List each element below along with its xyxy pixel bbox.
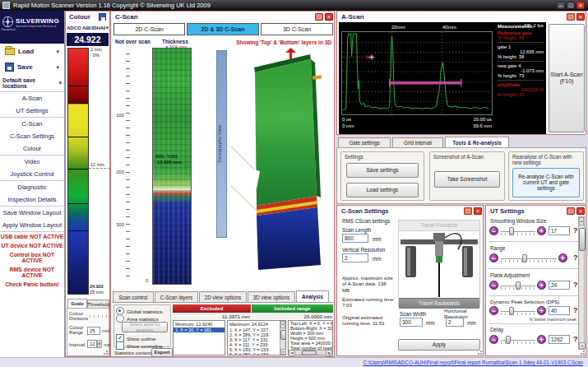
sidebar-item-save-window-layout[interactable]: Save Window Layout: [0, 207, 64, 219]
restore-icon[interactable]: □: [567, 207, 575, 215]
scroll-up-icon[interactable]: ▲: [280, 321, 285, 328]
tab-scale[interactable]: Scale: [67, 299, 87, 308]
vertical-resolution-input[interactable]: [342, 253, 368, 262]
minimum-item-selected[interactable]: 1. X = 20, Y = 181: [174, 328, 225, 332]
tab-grid-interval[interactable]: Grid interval: [392, 137, 443, 147]
save-button[interactable]: Save ▾: [0, 59, 64, 75]
load-settings-button[interactable]: Load settings: [346, 183, 419, 197]
dps-value-input[interactable]: [549, 306, 570, 315]
sidebar-item-joystick[interactable]: Joystick Control: [0, 168, 64, 180]
help-icon[interactable]: ?: [573, 335, 578, 343]
minus-button[interactable]: −: [489, 226, 498, 235]
close-icon[interactable]: ×: [576, 207, 585, 215]
plus-button[interactable]: +: [537, 281, 546, 290]
current-file-link[interactable]: C:\Users\RMS\ADCO-AUH\Final report\Final…: [363, 360, 583, 365]
maximum-list[interactable]: Maximum: 24.9124 1. X = 147, Y = 227 2. …: [227, 320, 286, 355]
reanalyse-button[interactable]: Re-analyse C-Scan with current UT and ga…: [512, 168, 580, 197]
close-icon[interactable]: ×: [325, 13, 333, 21]
restore-icon[interactable]: □: [315, 13, 323, 21]
minus-button[interactable]: −: [489, 281, 498, 290]
sidebar-item-video[interactable]: Video: [0, 156, 64, 168]
plus-button[interactable]: +: [537, 226, 546, 235]
default-save-locations[interactable]: Default save locations ▾: [0, 75, 64, 91]
sidebar-item-c-scan-settings[interactable]: C-Scan Settings: [0, 130, 64, 142]
scrollbar-vertical[interactable]: ▲ ▼: [280, 321, 285, 355]
help-icon[interactable]: ?: [573, 306, 578, 314]
horizontal-resolution-input[interactable]: [446, 318, 464, 327]
sidebar-item-apply-window-layout[interactable]: Apply Window Layout: [0, 219, 64, 231]
tab-analysis[interactable]: Analysis: [296, 290, 329, 302]
scroll-thumb[interactable]: [579, 228, 586, 251]
apply-button[interactable]: Apply: [398, 339, 480, 351]
resize-grip[interactable]: [475, 348, 483, 355]
a-scan-waveform[interactable]: [341, 31, 493, 115]
save-settings-button[interactable]: Save settings: [346, 163, 419, 178]
range-slider[interactable]: [501, 258, 557, 259]
plus-button[interactable]: +: [537, 306, 546, 315]
close-icon[interactable]: ×: [576, 13, 585, 21]
smoothing-value-input[interactable]: [549, 226, 570, 235]
tab-c-scan-layers[interactable]: C-Scan layers: [155, 291, 198, 302]
delay-value-input[interactable]: [549, 335, 570, 344]
tab-2d-view-options[interactable]: 2D view options: [199, 291, 247, 302]
scan-width-input[interactable]: [400, 318, 423, 327]
colour-scale-bar[interactable]: [67, 48, 89, 295]
slider-thumb[interactable]: [516, 281, 521, 290]
tab-gate-settings[interactable]: Gate settings: [338, 137, 391, 147]
tab-2d-3d-c-scan[interactable]: 2D & 3D C-Scan: [187, 23, 259, 35]
maximum-item[interactable]: 6. X = 287, Y = 233: [228, 352, 280, 355]
save-colour-icon[interactable]: [99, 13, 106, 21]
slider-thumb[interactable]: [522, 254, 527, 262]
sidebar-item-a-scan[interactable]: A-Scan: [0, 92, 64, 105]
help-icon[interactable]: ?: [573, 253, 578, 262]
minus-button[interactable]: −: [489, 253, 498, 262]
restore-icon[interactable]: □: [464, 207, 472, 215]
colour-range-input[interactable]: [87, 327, 100, 335]
slider-thumb[interactable]: [509, 227, 514, 235]
load-button[interactable]: Load ▾: [0, 44, 64, 59]
flank-value-input[interactable]: [549, 281, 570, 290]
scroll-thumb[interactable]: [280, 330, 286, 340]
tab-scan-control[interactable]: Scan control: [113, 291, 154, 302]
minimum-list[interactable]: Minimum: 12.9240 1. X = 20, Y = 181: [173, 320, 225, 355]
minus-button[interactable]: −: [489, 335, 498, 344]
close-button[interactable]: ×: [576, 2, 585, 9]
sidebar-item-colour[interactable]: Colour: [0, 142, 64, 155]
sidebar-item-diagnostic[interactable]: Diagnostic: [0, 181, 64, 193]
interval-input[interactable]: [87, 340, 97, 348]
plus-button[interactable]: +: [537, 335, 546, 344]
minus-button[interactable]: −: [489, 306, 498, 315]
resize-grip[interactable]: [101, 348, 109, 355]
scroll-thumb[interactable]: [302, 351, 317, 355]
scroll-down-icon[interactable]: ▼: [280, 349, 286, 355]
start-a-scan-button[interactable]: Start A-Scan (F10): [549, 24, 585, 132]
minimize-button[interactable]: –: [557, 2, 565, 9]
c-scan-3d-view[interactable]: [231, 48, 335, 288]
scroll-left-icon[interactable]: ◀: [289, 350, 295, 356]
sidebar-item-inspection-details[interactable]: Inspection Details: [0, 193, 64, 206]
close-icon[interactable]: ×: [474, 207, 482, 215]
help-icon[interactable]: ?: [573, 281, 578, 289]
smoothing-slider[interactable]: [501, 231, 535, 232]
select-area-button[interactable]: Select area for analysis: [122, 322, 168, 332]
slider-thumb[interactable]: [509, 307, 514, 315]
scroll-up-icon[interactable]: ▲: [579, 217, 584, 225]
slider-thumb[interactable]: [506, 336, 511, 344]
resize-grip[interactable]: [326, 349, 334, 356]
help-icon[interactable]: ?: [573, 226, 578, 235]
plus-button[interactable]: +: [558, 253, 567, 262]
travel-forwards-button[interactable]: Travel Forwards: [399, 221, 479, 231]
tab-3d-c-scan[interactable]: 3D C-Scan: [261, 23, 333, 35]
restore-icon[interactable]: □: [567, 13, 575, 21]
scan-length-input[interactable]: [342, 234, 368, 243]
export-button[interactable]: Export: [151, 348, 173, 357]
tomography-strip[interactable]: Tomography View: [216, 50, 227, 238]
sidebar-item-c-scan[interactable]: C-Scan: [0, 118, 64, 130]
sidebar-item-ut-settings[interactable]: UT Settings: [0, 105, 64, 117]
colour-preset-dropdown[interactable]: ADCO ABUDHAB ▾: [67, 23, 109, 32]
tab-threshold[interactable]: Threshold: [87, 300, 109, 308]
tab-tools-reanalysis[interactable]: Tools & Re-analysis: [445, 137, 509, 147]
tab-2d-c-scan[interactable]: 2D C-Scan: [113, 23, 185, 35]
c-scan-2d-strip[interactable]: X20, Y181 12.895 mm: [152, 48, 192, 285]
resize-grip[interactable]: [578, 348, 586, 355]
